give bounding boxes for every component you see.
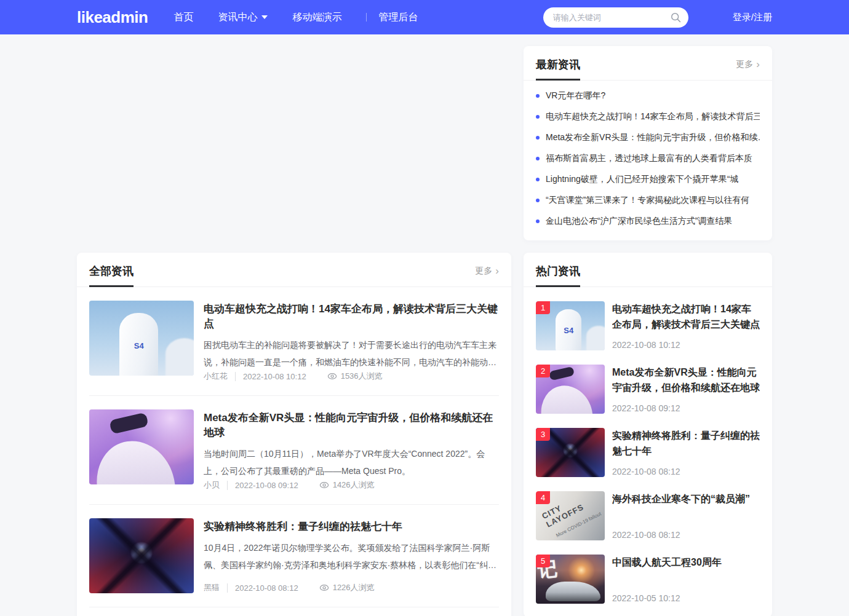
rank-badge: 4 <box>536 491 550 504</box>
latest-more-link[interactable]: 更多 › <box>736 59 760 70</box>
bullet-dot-icon <box>536 136 540 140</box>
hot-news-title: 热门资讯 <box>536 264 580 278</box>
latest-news-card: 最新资讯 更多 › VR元年在哪年? <box>524 46 772 240</box>
hot-news-card: 热门资讯 1 电动车超快充之战打响！14家车企布局，解读技术背后三大关键点 20… <box>524 253 772 616</box>
nav-link[interactable]: 资讯中心 <box>218 11 268 24</box>
nav-link[interactable]: 首页 <box>173 11 193 24</box>
latest-news-item[interactable]: Lightning破壁，人们已经开始搜索下个撬开苹果“城 <box>536 169 760 190</box>
latest-item-text: “天宫课堂”第三课来了！专家揭秘此次课程与以往有何 <box>546 195 749 206</box>
eye-icon <box>327 371 337 381</box>
chevron-right-icon: › <box>495 267 499 275</box>
news-item-title: 实验精神终将胜利：量子纠缠的祛魅七十年 <box>204 519 499 534</box>
hot-news-item[interactable]: 2 Meta发布全新VR头显：性能向元宇宙升级，但价格和续航还在地球 2022-… <box>536 365 760 414</box>
news-item-author: 小贝 <box>204 480 227 491</box>
news-item-author: 小红花 <box>204 371 235 382</box>
news-item[interactable]: Meta发布全新VR头显：性能向元宇宙升级，但价格和续航还在地球 当地时间周二（… <box>89 396 499 505</box>
latest-news-item[interactable]: Meta发布全新VR头显：性能向元宇宙升级，但价格和续…还 <box>536 127 760 148</box>
nav-link-label: 移动端演示 <box>292 11 341 24</box>
latest-item-text: VR元年在哪年? <box>546 90 605 101</box>
news-item-title: 电动车超快充之战打响！14家车企布局，解读技术背后三大关键点 <box>204 302 499 331</box>
news-item-desc: 困扰电动车主的补能问题将要被解决了！对于需要长途出行的电动汽车车主来说，补能问题… <box>204 336 499 371</box>
latest-news-item[interactable]: 金山电池公布“沪广深市民绿色生活方式”调查结果 <box>536 211 760 232</box>
nav-link[interactable]: 管理后台 <box>366 11 418 24</box>
hot-news-thumbnail: 3 <box>536 428 605 477</box>
hot-item-title: 中国载人航天工程30周年 <box>612 555 760 570</box>
hot-news-thumbnail: 5 <box>536 555 605 604</box>
hot-news-item[interactable]: 5 中国载人航天工程30周年 2022-10-05 10:12 <box>536 555 760 604</box>
hot-item-date: 2022-10-08 10:12 <box>612 339 760 350</box>
all-news-list: 电动车超快充之战打响！14家车企布局，解读技术背后三大关键点 困扰电动车主的补能… <box>77 287 511 616</box>
main-nav: 首页 资讯中心 移动端演示 管理后台 <box>173 11 442 24</box>
bullet-dot-icon <box>536 219 540 223</box>
hot-item-title: 海外科技企业寒冬下的“裁员潮” <box>612 491 760 507</box>
hot-item-date: 2022-10-05 10:12 <box>612 593 760 604</box>
latest-item-text: 电动车超快充之战打响！14家车企布局，解读技术背后三… <box>546 111 760 122</box>
chevron-down-icon <box>261 15 268 19</box>
rank-badge: 1 <box>536 301 550 314</box>
news-item-meta: 小贝 2022-10-08 09:12 1426人浏览 <box>204 480 499 491</box>
latest-item-text: Lightning破壁，人们已经开始搜索下个撬开苹果“城 <box>546 174 739 185</box>
search-box[interactable] <box>543 7 688 28</box>
hot-item-date: 2022-10-08 08:12 <box>612 529 760 540</box>
hot-news-item[interactable]: 3 实验精神终将胜利：量子纠缠的祛魅七十年 2022-10-08 08:12 <box>536 428 760 477</box>
news-item-author: 黑猫 <box>204 582 227 593</box>
latest-item-text: Meta发布全新VR头显：性能向元宇宙升级，但价格和续…还 <box>546 132 760 143</box>
login-register-link[interactable]: 登录/注册 <box>733 12 772 23</box>
news-item-meta: 小红花 2022-10-08 10:12 1536人浏览 <box>204 371 499 382</box>
news-item-desc: 10月4日，2022年诺贝尔物理学奖公布。奖项颁发给了法国科学家阿兰·阿斯佩、美… <box>204 539 499 574</box>
news-item[interactable]: 实验精神终将胜利：量子纠缠的祛魅七十年 10月4日，2022年诺贝尔物理学奖公布… <box>89 505 499 607</box>
hot-news-thumbnail: 2 <box>536 365 605 414</box>
news-thumbnail <box>89 301 194 376</box>
hot-item-title: 实验精神终将胜利：量子纠缠的祛魅七十年 <box>612 428 760 459</box>
latest-item-text: 金山电池公布“沪广深市民绿色生活方式”调查结果 <box>546 216 732 227</box>
news-item-date: 2022-10-08 08:12 <box>227 583 298 593</box>
hot-news-thumbnail: 4 <box>536 491 605 540</box>
news-item-title: Meta发布全新VR头显：性能向元宇宙升级，但价格和续航还在地球 <box>204 411 499 440</box>
bullet-dot-icon <box>536 199 540 202</box>
news-thumbnail <box>89 518 194 593</box>
hot-item-date: 2022-10-08 08:12 <box>612 466 760 477</box>
news-item-views: 1226人浏览 <box>319 582 375 593</box>
news-item-views: 1536人浏览 <box>327 371 383 382</box>
bullet-dot-icon <box>536 178 540 181</box>
nav-link-label: 管理后台 <box>378 11 418 24</box>
rank-badge: 5 <box>536 555 550 567</box>
site-logo[interactable]: likeadmin <box>77 8 148 27</box>
news-item-desc: 当地时间周二（10月11日），Meta举办了VR年度大会“Connect 202… <box>204 445 499 480</box>
latest-news-item[interactable]: VR元年在哪年? <box>536 85 760 106</box>
top-navbar: likeadmin 首页 资讯中心 移动端演示 <box>0 0 849 34</box>
hot-item-title: Meta发布全新VR头显：性能向元宇宙升级，但价格和续航还在地球 <box>612 365 760 395</box>
search-icon[interactable] <box>671 12 681 23</box>
hot-news-item[interactable]: 1 电动车超快充之战打响！14家车企布局，解读技术背后三大关键点 2022-10… <box>536 301 760 350</box>
nav-link-label: 首页 <box>173 11 193 24</box>
chevron-right-icon: › <box>756 60 760 69</box>
latest-news-item[interactable]: 福布斯首富易主，透过地球上最富有的人类看背后本质 <box>536 148 760 169</box>
latest-news-item[interactable]: “天宫课堂”第三课来了！专家揭秘此次课程与以往有何 <box>536 190 760 211</box>
latest-news-list: VR元年在哪年? 电动车超快充之战打响！14家车企布局，解读技术背后三… Met… <box>524 81 772 240</box>
news-item-date: 2022-10-08 09:12 <box>227 481 298 490</box>
eye-icon <box>319 583 329 593</box>
eye-icon <box>319 480 329 490</box>
search-input[interactable] <box>553 13 671 22</box>
all-news-card: 全部资讯 更多 › 电动车超快充之战打响！14家车企布局，解读技术背后三大关键点 <box>77 253 511 616</box>
hot-item-title: 电动车超快充之战打响！14家车企布局，解读技术背后三大关键点 <box>612 301 760 332</box>
latest-news-item[interactable]: 电动车超快充之战打响！14家车企布局，解读技术背后三… <box>536 106 760 127</box>
news-thumbnail <box>89 409 194 484</box>
news-item[interactable]: 电动车超快充之战打响！14家车企布局，解读技术背后三大关键点 困扰电动车主的补能… <box>89 287 499 396</box>
bullet-dot-icon <box>536 94 540 98</box>
all-news-title: 全部资讯 <box>89 264 134 278</box>
hot-news-list: 1 电动车超快充之战打响！14家车企布局，解读技术背后三大关键点 2022-10… <box>524 301 772 604</box>
nav-divider <box>366 13 367 22</box>
hot-news-item[interactable]: 4 海外科技企业寒冬下的“裁员潮” 2022-10-08 08:12 <box>536 491 760 540</box>
rank-badge: 3 <box>536 428 550 441</box>
banner-area <box>77 46 511 240</box>
nav-link-label: 资讯中心 <box>218 11 257 24</box>
bullet-dot-icon <box>536 157 540 160</box>
news-item-views: 1426人浏览 <box>319 480 375 491</box>
news-item[interactable]: 海外科技企业寒冬下的“裁员潮” <box>89 607 499 616</box>
latest-news-title: 最新资讯 <box>536 58 580 71</box>
all-news-more-link[interactable]: 更多 › <box>475 266 499 277</box>
hot-item-date: 2022-10-08 09:12 <box>612 403 760 414</box>
nav-link[interactable]: 移动端演示 <box>292 11 341 24</box>
news-item-date: 2022-10-08 10:12 <box>235 372 306 381</box>
